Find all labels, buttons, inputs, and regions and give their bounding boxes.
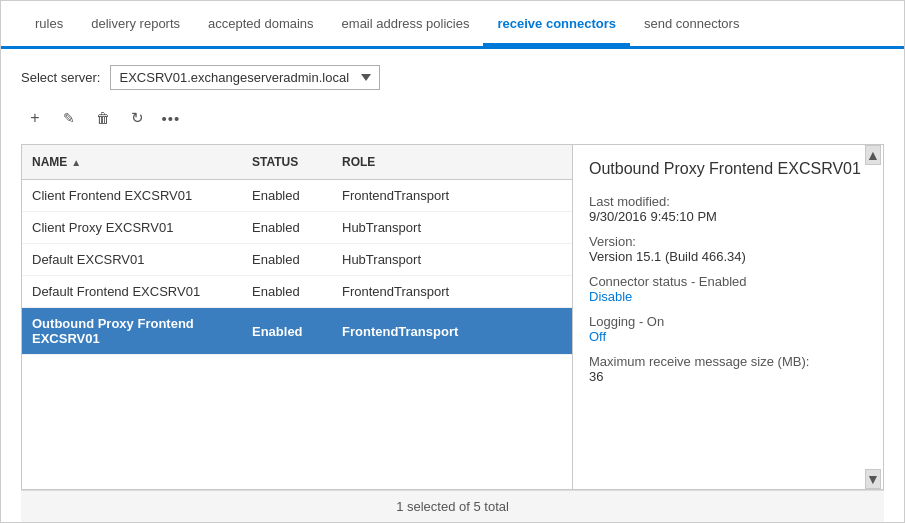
- col-header-name: NAME ▲: [22, 151, 242, 173]
- scroll-up-arrow[interactable]: ▲: [865, 145, 881, 165]
- row-name: Outbound Proxy Frontend EXCSRV01: [22, 313, 242, 349]
- row-status: Enabled: [242, 281, 332, 302]
- row-role: HubTransport: [332, 249, 572, 270]
- col-header-status: STATUS: [242, 151, 332, 173]
- status-text: 1 selected of 5 total: [396, 499, 509, 514]
- top-nav: rules delivery reports accepted domains …: [1, 1, 904, 49]
- app-container: rules delivery reports accepted domains …: [0, 0, 905, 523]
- off-link[interactable]: Off: [589, 329, 606, 344]
- server-select-row: Select server: EXCSRV01.exchangeserverad…: [21, 65, 884, 90]
- detail-field-max-receive: Maximum receive message size (MB): 36: [589, 354, 867, 384]
- nav-item-send-connectors[interactable]: send connectors: [630, 4, 753, 44]
- row-name: Client Frontend EXCSRV01: [22, 185, 242, 206]
- detail-title: Outbound Proxy Frontend EXCSRV01: [589, 159, 867, 180]
- add-button[interactable]: +: [21, 104, 49, 132]
- row-role: FrontendTransport: [332, 321, 572, 342]
- row-role: FrontendTransport: [332, 281, 572, 302]
- delete-button[interactable]: 🗑: [89, 104, 117, 132]
- nav-item-accepted-domains[interactable]: accepted domains: [194, 4, 328, 44]
- row-name: Default Frontend EXCSRV01: [22, 281, 242, 302]
- col-header-role: ROLE: [332, 151, 572, 173]
- detail-logging-label: Logging - On: [589, 314, 867, 329]
- detail-version-value: Version 15.1 (Build 466.34): [589, 249, 867, 264]
- detail-field-last-modified: Last modified: 9/30/2016 9:45:10 PM: [589, 194, 867, 224]
- row-status: Enabled: [242, 321, 332, 342]
- status-bar: 1 selected of 5 total: [21, 490, 884, 522]
- detail-field-connector-status: Connector status - Enabled Disable: [589, 274, 867, 304]
- detail-panel: Outbound Proxy Frontend EXCSRV01 Last mo…: [573, 145, 883, 489]
- row-role: HubTransport: [332, 217, 572, 238]
- bottom-section: NAME ▲ STATUS ROLE Client Frontend EXCSR…: [21, 144, 884, 522]
- sort-arrow-icon: ▲: [71, 157, 81, 168]
- disable-link[interactable]: Disable: [589, 289, 632, 304]
- nav-item-delivery-reports[interactable]: delivery reports: [77, 4, 194, 44]
- row-name: Default EXCSRV01: [22, 249, 242, 270]
- detail-field-logging: Logging - On Off: [589, 314, 867, 344]
- detail-field-version: Version: Version 15.1 (Build 466.34): [589, 234, 867, 264]
- table-body: Client Frontend EXCSRV01 Enabled Fronten…: [22, 180, 572, 489]
- table-row[interactable]: Default EXCSRV01 Enabled HubTransport: [22, 244, 572, 276]
- split-layout: NAME ▲ STATUS ROLE Client Frontend EXCSR…: [21, 144, 884, 490]
- table-row[interactable]: Default Frontend EXCSRV01 Enabled Fronte…: [22, 276, 572, 308]
- more-button[interactable]: •••: [157, 104, 185, 132]
- detail-last-modified-label: Last modified:: [589, 194, 867, 209]
- row-status: Enabled: [242, 217, 332, 238]
- detail-max-receive-label: Maximum receive message size (MB):: [589, 354, 867, 369]
- server-dropdown[interactable]: EXCSRV01.exchangeserveradmin.local: [110, 65, 380, 90]
- toolbar: + ✎ 🗑 ↻ •••: [21, 104, 884, 132]
- nav-item-receive-connectors[interactable]: receive connectors: [483, 4, 630, 47]
- edit-button[interactable]: ✎: [55, 104, 83, 132]
- server-select-label: Select server:: [21, 70, 100, 85]
- refresh-button[interactable]: ↻: [123, 104, 151, 132]
- nav-item-email-address-policies[interactable]: email address policies: [328, 4, 484, 44]
- row-role: FrontendTransport: [332, 185, 572, 206]
- table-row[interactable]: Client Proxy EXCSRV01 Enabled HubTranspo…: [22, 212, 572, 244]
- detail-version-label: Version:: [589, 234, 867, 249]
- table-panel: NAME ▲ STATUS ROLE Client Frontend EXCSR…: [22, 145, 573, 489]
- detail-connector-status-label: Connector status - Enabled: [589, 274, 867, 289]
- scroll-down-arrow[interactable]: ▼: [865, 469, 881, 489]
- detail-last-modified-value: 9/30/2016 9:45:10 PM: [589, 209, 867, 224]
- table-row[interactable]: Client Frontend EXCSRV01 Enabled Fronten…: [22, 180, 572, 212]
- content-area: Select server: EXCSRV01.exchangeserverad…: [1, 49, 904, 522]
- detail-max-receive-value: 36: [589, 369, 867, 384]
- row-status: Enabled: [242, 185, 332, 206]
- row-status: Enabled: [242, 249, 332, 270]
- table-row-selected[interactable]: Outbound Proxy Frontend EXCSRV01 Enabled…: [22, 308, 572, 355]
- nav-item-rules[interactable]: rules: [21, 4, 77, 44]
- row-name: Client Proxy EXCSRV01: [22, 217, 242, 238]
- table-header: NAME ▲ STATUS ROLE: [22, 145, 572, 180]
